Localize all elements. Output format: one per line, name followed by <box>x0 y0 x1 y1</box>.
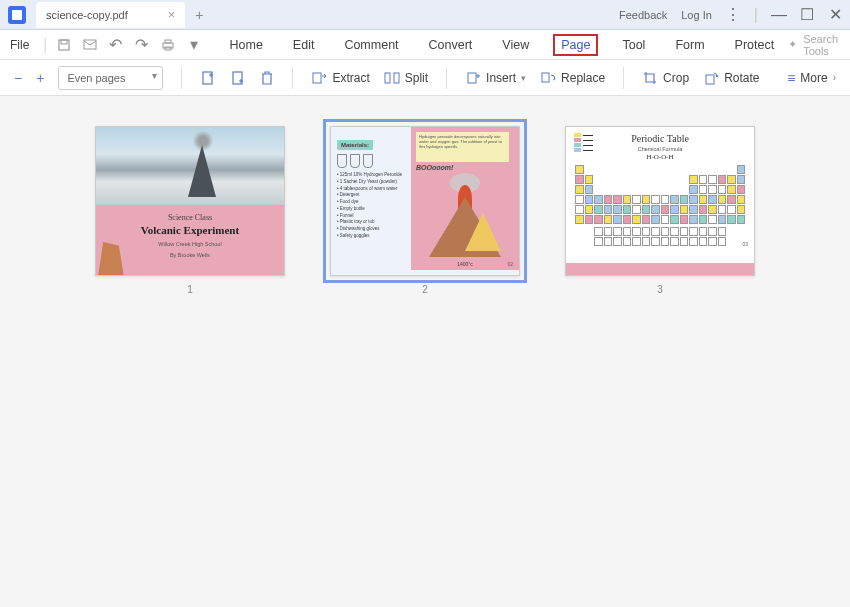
periodic-legend <box>574 133 596 153</box>
extract-button[interactable]: Extract <box>311 70 369 86</box>
materials-label: Materials: <box>337 140 373 150</box>
menu-page[interactable]: Page <box>553 34 598 56</box>
slide-pagenum-2: 02 <box>507 261 513 267</box>
materials-list: • 125ml 10% Hydrogen Peroxide• 1 Sachet … <box>337 172 405 240</box>
insert-label: Insert <box>486 71 516 85</box>
crop-icon <box>642 70 658 86</box>
bottle-illustrations <box>337 154 405 168</box>
more-label: More <box>800 71 827 85</box>
page-filter-select-el[interactable]: Even pages <box>58 66 163 90</box>
chevron-down-icon: ▾ <box>521 73 526 83</box>
periodic-table-art <box>574 165 746 246</box>
rotate-button[interactable]: Rotate <box>703 70 759 86</box>
more-button[interactable]: ≡ More › <box>787 70 836 86</box>
boom-text: BOOooom! <box>416 164 514 171</box>
menu-edit[interactable]: Edit <box>287 34 321 56</box>
search-placeholder: Search Tools <box>803 33 838 57</box>
chemical-formula: H-O-O-H <box>574 153 746 161</box>
periodic-subtitle: Chemical Formula <box>574 146 746 152</box>
close-window-icon[interactable]: ✕ <box>828 8 842 22</box>
menu-form[interactable]: Form <box>669 34 710 56</box>
menu-comment[interactable]: Comment <box>338 34 404 56</box>
crop-button[interactable]: Crop <box>642 70 689 86</box>
replace-button[interactable]: Replace <box>540 70 605 86</box>
page-number-2: 2 <box>422 284 428 295</box>
page-thumbnail-2[interactable]: Materials: • 125ml 10% Hydrogen Peroxide… <box>330 126 520 276</box>
page-thumbnails-workspace[interactable]: Science Class Volcanic Experiment Willow… <box>0 96 850 607</box>
slide1-sub2: By Brooke Wells <box>108 252 272 258</box>
thumbnail-wrap-1: Science Class Volcanic Experiment Willow… <box>95 126 285 295</box>
redo-icon[interactable]: ↷ <box>134 37 150 53</box>
extract-icon <box>311 70 327 86</box>
page-thumbnail-1[interactable]: Science Class Volcanic Experiment Willow… <box>95 126 285 276</box>
maximize-icon[interactable]: ☐ <box>800 8 814 22</box>
slide-pagenum-3: 03 <box>742 241 748 247</box>
wand-icon: ✦ <box>788 38 797 51</box>
thumbnail-wrap-3: Periodic Table Chemical Formula H-O-O-H … <box>565 126 755 295</box>
file-menu[interactable]: File <box>10 38 29 52</box>
split-label: Split <box>405 71 428 85</box>
zoom-in-icon[interactable]: + <box>36 70 44 86</box>
svg-rect-9 <box>313 73 321 83</box>
login-link[interactable]: Log In <box>681 9 712 21</box>
page-number-1: 1 <box>187 284 193 295</box>
menu-protect[interactable]: Protect <box>729 34 781 56</box>
feedback-link[interactable]: Feedback <box>619 9 667 21</box>
rotate-label: Rotate <box>724 71 759 85</box>
menu-convert[interactable]: Convert <box>423 34 479 56</box>
kebab-menu-icon[interactable]: ⋮ <box>726 8 740 22</box>
svg-rect-14 <box>706 75 714 84</box>
insert-blank-after-icon[interactable] <box>230 70 246 86</box>
print-icon[interactable] <box>160 37 176 53</box>
more-icon: ≡ <box>787 70 795 86</box>
split-button[interactable]: Split <box>384 70 428 86</box>
page-thumbnail-3[interactable]: Periodic Table Chemical Formula H-O-O-H … <box>565 126 755 276</box>
mail-icon[interactable] <box>82 37 98 53</box>
menu-tool[interactable]: Tool <box>616 34 651 56</box>
minimize-icon[interactable]: — <box>772 8 786 22</box>
slide1-pretitle: Science Class <box>108 213 272 222</box>
page-toolbar: − + Even pages Extract Split Insert ▾ Re… <box>0 60 850 96</box>
chevron-right-icon: › <box>833 72 836 83</box>
titlebar: science-copy.pdf × + Feedback Log In ⋮ |… <box>0 0 850 30</box>
page-filter-select[interactable]: Even pages <box>58 66 163 90</box>
svg-rect-13 <box>542 73 549 82</box>
volcano-diagram <box>425 175 505 265</box>
sticky-note: Hydrogen peroxide decomposes naturally i… <box>416 132 509 162</box>
save-icon[interactable] <box>56 37 72 53</box>
temperature-label: 1400°c <box>457 261 473 267</box>
rotate-icon <box>703 70 719 86</box>
document-tab[interactable]: science-copy.pdf × <box>36 2 185 28</box>
main-menu: Home Edit Comment Convert View Page Tool… <box>224 34 781 56</box>
insert-blank-before-icon[interactable] <box>200 70 216 86</box>
svg-rect-10 <box>385 73 390 83</box>
periodic-title: Periodic Table <box>574 133 746 144</box>
svg-rect-11 <box>394 73 399 83</box>
extract-label: Extract <box>332 71 369 85</box>
tab-title: science-copy.pdf <box>46 9 128 21</box>
page-number-3: 3 <box>657 284 663 295</box>
menu-home[interactable]: Home <box>224 34 269 56</box>
undo-icon[interactable]: ↶ <box>108 37 124 53</box>
search-tools[interactable]: ✦ Search Tools <box>788 33 838 57</box>
tab-close-icon[interactable]: × <box>168 7 176 22</box>
app-icon <box>8 6 26 24</box>
thumbnail-wrap-2: Materials: • 125ml 10% Hydrogen Peroxide… <box>330 126 520 295</box>
insert-button[interactable]: Insert ▾ <box>465 70 526 86</box>
delete-page-icon[interactable] <box>260 70 274 86</box>
insert-icon <box>465 70 481 86</box>
qat-dropdown-icon[interactable]: ▾ <box>186 37 202 53</box>
zoom-out-icon[interactable]: − <box>14 70 22 86</box>
replace-label: Replace <box>561 71 605 85</box>
svg-rect-4 <box>165 40 171 43</box>
new-tab-button[interactable]: + <box>195 7 203 23</box>
split-icon <box>384 70 400 86</box>
slide1-title: Volcanic Experiment <box>108 224 272 236</box>
menu-view[interactable]: View <box>496 34 535 56</box>
volcano-photo <box>96 127 284 205</box>
slide1-sub1: Willow Creek High School <box>108 241 272 247</box>
crop-label: Crop <box>663 71 689 85</box>
svg-rect-12 <box>468 73 476 83</box>
menubar: File | ↶ ↷ ▾ Home Edit Comment Convert V… <box>0 30 850 60</box>
replace-icon <box>540 70 556 86</box>
